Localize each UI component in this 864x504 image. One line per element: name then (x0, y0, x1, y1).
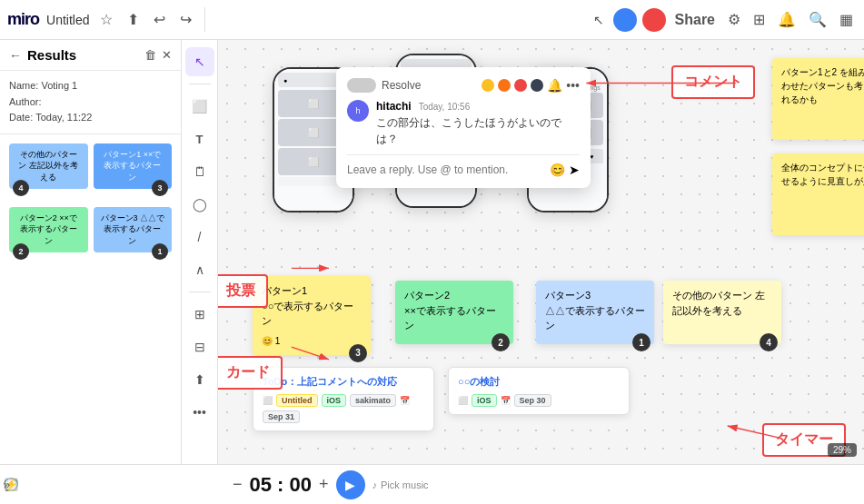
badge-2-canvas: 2 (492, 333, 510, 351)
card-assignee[interactable]: sakimato (350, 394, 396, 407)
topbar-logo: miro (7, 10, 39, 29)
divider-2 (189, 292, 211, 292)
emoji-icon[interactable]: 😊 (550, 163, 565, 177)
meta-date: Date: Today, 11:22 (9, 110, 172, 126)
close-button[interactable]: ✕ (162, 48, 172, 62)
card-1-tags: ⬜ Untitled iOS sakimato 📅 Sep 31 (263, 394, 424, 423)
user-avatar: h (347, 100, 369, 122)
card-date: Sep 31 (263, 410, 300, 423)
badge-4: 4 (13, 180, 29, 196)
music-label[interactable]: ♪ Pick music (372, 479, 429, 490)
star-icon[interactable]: ☆ (96, 7, 116, 32)
sticky-container-3: パターン2 ××で表示するパターン 2 (9, 207, 88, 252)
back-button[interactable]: ← (9, 48, 22, 63)
topbar-left: miro Untitled ☆ ⬆ ↩ ↪ (7, 7, 205, 32)
delete-button[interactable]: 🗑 (144, 48, 156, 62)
share-button[interactable]: Share (671, 8, 719, 32)
toggle-switch[interactable] (347, 78, 376, 93)
annotation-comment: コメント (671, 65, 755, 99)
music-note-icon: ♪ (372, 479, 378, 490)
send-icon[interactable]: ➤ (569, 163, 580, 177)
card-date-icon: 📅 (400, 396, 410, 405)
bell-top-icon[interactable]: 🔔 (774, 7, 799, 32)
bell-icon[interactable]: 🔔 (547, 78, 562, 93)
card-icon-1: ⬜ (263, 396, 273, 405)
bt-more[interactable]: » (0, 464, 218, 504)
undo-icon[interactable]: ↩ (150, 7, 169, 32)
canvas-card-2[interactable]: ○○の検討 ⬜ iOS 📅 Sep 30 (448, 367, 630, 415)
grid-icon[interactable]: ⊞ (750, 7, 769, 32)
card-2-tag-1[interactable]: iOS (472, 394, 497, 407)
canvas-sticky-other[interactable]: その他のパターン 左記以外を考える 4 (663, 281, 781, 344)
cursor-icon[interactable]: ↖ (590, 9, 608, 31)
card-2-icon: ⬜ (458, 396, 468, 405)
card-1-title: ToDo：上記コメントへの対応 (263, 375, 424, 389)
badge-1-canvas: 1 (632, 333, 650, 351)
canvas: ● ⬜ ⬜ ⬜ Add a Heading ⬜ ⬜ ≡ Saved The fa… (218, 40, 864, 464)
reply-icons: 😊 ➤ (550, 163, 580, 177)
music-text: Pick music (381, 479, 429, 490)
left-toolbar: ↖ ⬜ T 🗒 ◯ / ∧ ⊞ ⊟ ⬆ ••• (182, 40, 218, 464)
meta-author: Author: (9, 94, 172, 111)
avatar-blue (613, 8, 637, 32)
timer-minus[interactable]: − (233, 475, 243, 494)
topbar: miro Untitled ☆ ⬆ ↩ ↪ ↖ Share ⚙ ⊞ 🔔 🔍 ▦ (0, 0, 864, 40)
sticky-text-3: パターン3△△で表示するパターン (545, 288, 645, 333)
results-header: ← Results 🗑 ✕ (0, 40, 181, 71)
topbar-right-icons: ↖ Share ⚙ ⊞ 🔔 🔍 ▦ (590, 7, 857, 32)
pen-tool[interactable]: / (185, 222, 214, 252)
canvas-sticky-pattern1[interactable]: パターン1○○で表示するパターン 😊 1 3 (253, 276, 371, 355)
frame-tool[interactable]: ⬜ (185, 92, 214, 121)
upload-icon[interactable]: ⬆ (124, 7, 143, 32)
results-meta: Name: Voting 1 Author: Date: Today, 11:2… (0, 71, 181, 134)
dot-red[interactable] (514, 79, 527, 92)
dot-orange[interactable] (498, 79, 511, 92)
shapes-tool[interactable]: ◯ (185, 190, 214, 219)
card-tag-2[interactable]: iOS (322, 394, 347, 407)
canvas-sticky-pattern2[interactable]: パターン2××で表示するパターン 2 (395, 281, 513, 344)
canvas-sticky-right2[interactable]: 全体のコンセプトに合わせるように見直しが必要 (772, 153, 864, 235)
text-tool[interactable]: T (185, 124, 214, 153)
badge-3-canvas: 3 (349, 344, 367, 362)
more-tools[interactable]: ••• (185, 398, 214, 427)
reply-input[interactable] (347, 163, 544, 176)
sticky-grid: その他のパターン 左記以外を考える 4 パターン1 ××で表示するパターン 3 … (0, 134, 181, 262)
comment-user-row: h hitachi Today, 10:56 この部分は、こうしたほうがよいので… (347, 100, 580, 147)
timer-play-button[interactable]: ▶ (336, 470, 365, 499)
results-title: Results (27, 47, 139, 63)
color-dots: 🔔 ••• (482, 78, 580, 93)
dot-yellow[interactable] (482, 79, 494, 92)
zoom-indicator: 29% (828, 443, 857, 457)
settings-icon[interactable]: ⚙ (724, 7, 744, 32)
sticky-tool[interactable]: 🗒 (185, 157, 214, 186)
search-icon[interactable]: 🔍 (805, 7, 830, 32)
card-2-tags: ⬜ iOS 📅 Sep 30 (458, 394, 620, 407)
table-tool[interactable]: ⊟ (185, 332, 214, 361)
comment-body: hitachi Today, 10:56 この部分は、こうしたほうがよいのでは？ (376, 100, 580, 147)
select-tool[interactable]: ↖ (185, 47, 214, 76)
timer-display: 05 : 00 (250, 473, 313, 497)
comment-popup: Resolve 🔔 ••• h hitachi Today, 10:56 この部… (336, 67, 591, 188)
badge-2: 2 (13, 243, 29, 260)
avatar-red (642, 8, 666, 32)
upload-tool[interactable]: ⬆ (185, 365, 214, 394)
comment-text: この部分は、こうしたほうがよいのでは？ (376, 114, 580, 147)
sticky-right-2-text: 全体のコンセプトに合わせるように見直しが必要 (781, 161, 864, 188)
resolve-label: Resolve (382, 79, 421, 92)
more-icon[interactable]: ••• (566, 78, 580, 93)
timer-plus[interactable]: + (319, 475, 329, 494)
resolve-toggle[interactable]: Resolve (347, 78, 421, 93)
canvas-sticky-pattern3[interactable]: パターン3△△で表示するパターン 1 (536, 281, 654, 344)
card-tag-1[interactable]: Untitled (276, 394, 318, 407)
resolve-row: Resolve 🔔 ••• (347, 78, 580, 93)
topbar-title: Untitled (46, 13, 89, 27)
dot-dark[interactable] (531, 79, 543, 92)
canvas-sticky-right1[interactable]: パターン1と2 を組み合わせたパターンも考えられるかも (772, 58, 864, 140)
redo-icon[interactable]: ↪ (176, 7, 195, 32)
left-panel: ← Results 🗑 ✕ Name: Voting 1 Author: Dat… (0, 40, 182, 504)
layout-icon[interactable]: ▦ (836, 7, 857, 32)
line-tool[interactable]: ∧ (185, 255, 214, 284)
image-tool[interactable]: ⊞ (185, 300, 214, 329)
sticky-right-1-text: パターン1と2 を組み合わせたパターンも考えられるかも (781, 65, 864, 106)
sticky-container-4: パターン3 △△で表示するパターン 1 (94, 207, 173, 252)
